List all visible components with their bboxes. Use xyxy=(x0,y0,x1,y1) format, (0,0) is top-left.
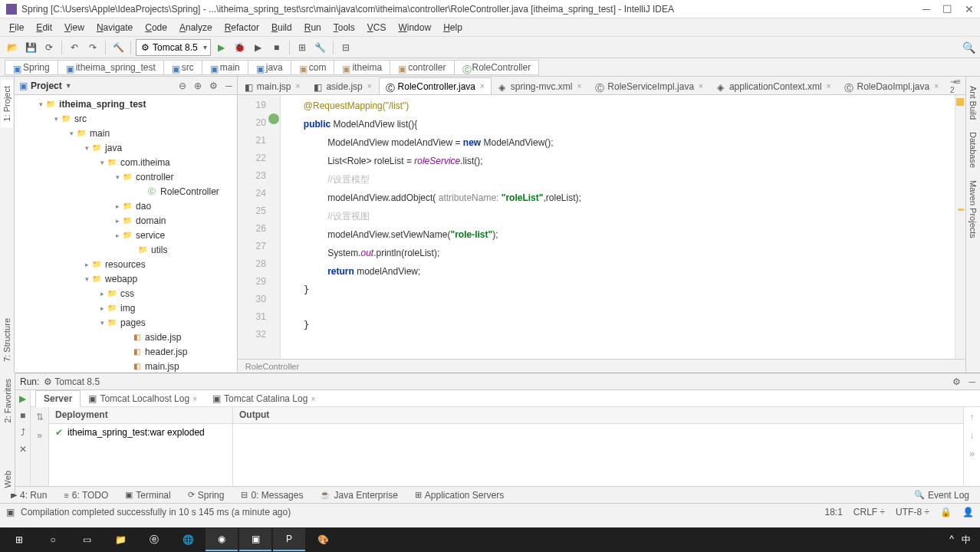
project-title[interactable]: Project xyxy=(31,80,62,91)
save-icon[interactable]: 💾 xyxy=(23,40,38,55)
run-config-label[interactable]: ⚙Tomcat 8.5 xyxy=(44,376,100,387)
maximize-button[interactable]: ☐ xyxy=(942,3,952,15)
breadcrumb-item[interactable]: ▣src xyxy=(163,60,202,75)
breadcrumb-item[interactable]: ▣itheima_spring_test xyxy=(58,60,163,75)
breadcrumb-item[interactable]: ▣java xyxy=(248,60,291,75)
tree-node[interactable]: ▾📁webapp xyxy=(15,271,237,286)
stop-button[interactable]: ■ xyxy=(20,410,25,421)
close-button[interactable]: ✕ xyxy=(965,3,974,15)
run-subtab[interactable]: ▣Tomcat Localhost Log× xyxy=(81,391,205,406)
target-icon[interactable]: ⊕ xyxy=(194,80,202,91)
redo-icon[interactable]: ↷ xyxy=(85,40,100,55)
gear-icon[interactable]: ⚙ xyxy=(209,80,218,91)
undo-icon[interactable]: ↶ xyxy=(67,40,82,55)
gear-icon[interactable]: ⚙ xyxy=(952,376,961,387)
tree-node[interactable]: ⒸRoleController xyxy=(15,184,237,199)
close-icon[interactable]: × xyxy=(367,82,372,90)
tree-node[interactable]: ▸📁dao xyxy=(15,199,237,213)
eclipse-icon[interactable]: ◉ xyxy=(206,528,238,551)
stop-button[interactable]: ■ xyxy=(269,40,284,55)
run-subtab[interactable]: Server xyxy=(35,390,81,407)
warning-marker[interactable] xyxy=(956,98,964,106)
tab-ant-build[interactable]: Ant Build xyxy=(967,80,979,126)
editor-tab[interactable]: ⒸRoleDaoImpl.java× xyxy=(837,77,945,94)
tab-project[interactable]: 1: Project xyxy=(1,80,13,127)
deploy-icon[interactable]: ⇅ xyxy=(36,412,44,422)
tree-node[interactable]: ◧header.jsp xyxy=(15,344,237,359)
marker-bar[interactable] xyxy=(955,95,965,359)
open-icon[interactable]: 📂 xyxy=(5,40,20,55)
profile-icon[interactable]: ⊞ xyxy=(294,40,310,55)
tab-structure[interactable]: 7: Structure xyxy=(1,312,13,368)
menu-navigate[interactable]: Navigate xyxy=(90,21,139,34)
scroll-down-icon[interactable]: ↓ xyxy=(970,430,975,441)
deployment-item[interactable]: ✔ itheima_spring_test:war exploded xyxy=(49,424,232,441)
tab-todo[interactable]: ≡ 6: TODO xyxy=(58,488,114,502)
lock-icon[interactable]: 🔒 xyxy=(940,507,952,518)
more-icon[interactable]: ⊟ xyxy=(338,40,354,55)
breadcrumb-item[interactable]: ▣controller xyxy=(390,60,453,75)
cortana-icon[interactable]: ○ xyxy=(37,528,69,551)
tab-java-enterprise[interactable]: ☕ Java Enterprise xyxy=(314,488,403,502)
highlight-marker[interactable] xyxy=(958,209,964,211)
breadcrumb-item[interactable]: ▣Spring xyxy=(5,60,58,75)
more-icon[interactable]: » xyxy=(969,449,975,459)
chevron-down-icon[interactable]: ▼ xyxy=(65,82,72,90)
task-view-icon[interactable]: ▭ xyxy=(71,528,103,551)
breadcrumb-item[interactable]: ▣main xyxy=(202,60,248,75)
close-button[interactable]: ✕ xyxy=(19,444,27,455)
close-icon[interactable]: × xyxy=(827,82,831,90)
tree-node[interactable]: 📁utils xyxy=(15,242,237,257)
tray-chevron-icon[interactable]: ^ xyxy=(949,534,954,547)
project-tree[interactable]: ▾📁itheima_spring_test▾📁src▾📁main▾📁java▾📁… xyxy=(15,95,237,373)
tab-database[interactable]: Database xyxy=(967,126,979,174)
ime-indicator[interactable]: 中 xyxy=(962,534,971,547)
toggle-tool-windows-icon[interactable]: ▣ xyxy=(6,507,15,518)
start-button[interactable]: ⊞ xyxy=(3,528,35,551)
paint-icon[interactable]: 🎨 xyxy=(307,528,339,551)
rerun-button[interactable]: ▶ xyxy=(19,393,26,404)
tree-node[interactable]: ▾📁pages xyxy=(15,315,237,330)
tree-node[interactable]: ▾📁main xyxy=(15,126,237,140)
build-icon[interactable]: 🔨 xyxy=(110,40,126,55)
collapse-icon[interactable]: ⊖ xyxy=(179,80,186,91)
close-icon[interactable]: × xyxy=(699,82,703,90)
menu-help[interactable]: Help xyxy=(437,21,469,34)
editor-tab[interactable]: ◧aside.jsp× xyxy=(307,77,378,94)
tab-terminal[interactable]: ▣ Terminal xyxy=(119,488,176,502)
menu-code[interactable]: Code xyxy=(139,21,173,34)
exit-button[interactable]: ⤴ xyxy=(21,427,25,438)
tree-node[interactable]: ▸📁resources xyxy=(15,257,237,271)
chrome-icon[interactable]: 🌐 xyxy=(172,528,204,551)
tree-node[interactable]: ◧main.jsp xyxy=(15,359,237,373)
hide-icon[interactable]: ─ xyxy=(968,376,975,387)
editor-tab[interactable]: ◧main.jsp× xyxy=(238,77,307,94)
inspector-icon[interactable]: 👤 xyxy=(962,507,974,518)
override-gutter-icon[interactable] xyxy=(268,113,279,124)
minimize-button[interactable]: ─ xyxy=(922,3,930,15)
tab-web[interactable]: Web xyxy=(2,465,14,494)
tab-overflow[interactable]: ⇥≡ 2 xyxy=(945,77,965,94)
powerpoint-icon[interactable]: P xyxy=(273,528,305,551)
tree-node[interactable]: ▾📁com.itheima xyxy=(15,155,237,169)
editor-tab[interactable]: ◈applicationContext.xml× xyxy=(710,77,838,94)
tree-node[interactable]: ▸📁domain xyxy=(15,213,237,228)
menu-analyze[interactable]: Analyze xyxy=(173,21,219,34)
tree-node[interactable]: ▾📁src xyxy=(15,111,237,126)
breadcrumb-item[interactable]: ▣com xyxy=(291,60,334,75)
close-icon[interactable]: × xyxy=(577,82,582,90)
run-config-combo[interactable]: ⚙ Tomcat 8.5 xyxy=(136,39,211,56)
tree-node[interactable]: ▸📁css xyxy=(15,286,237,301)
menu-run[interactable]: Run xyxy=(298,21,327,34)
file-encoding[interactable]: UTF-8 ÷ xyxy=(896,507,929,518)
editor-tab[interactable]: ⒸRoleController.java× xyxy=(379,77,492,94)
run-subtab[interactable]: ▣Tomcat Catalina Log× xyxy=(205,391,323,406)
search-everywhere-icon[interactable]: 🔍 xyxy=(962,41,975,54)
debug-button[interactable]: 🐞 xyxy=(232,40,248,55)
edge-icon[interactable]: ⓔ xyxy=(138,528,170,551)
menu-refactor[interactable]: Refactor xyxy=(219,21,265,34)
menu-tools[interactable]: Tools xyxy=(327,21,361,34)
close-icon[interactable]: × xyxy=(934,82,939,90)
menu-build[interactable]: Build xyxy=(265,21,298,34)
tab-spring[interactable]: ⟳ Spring xyxy=(182,488,231,502)
